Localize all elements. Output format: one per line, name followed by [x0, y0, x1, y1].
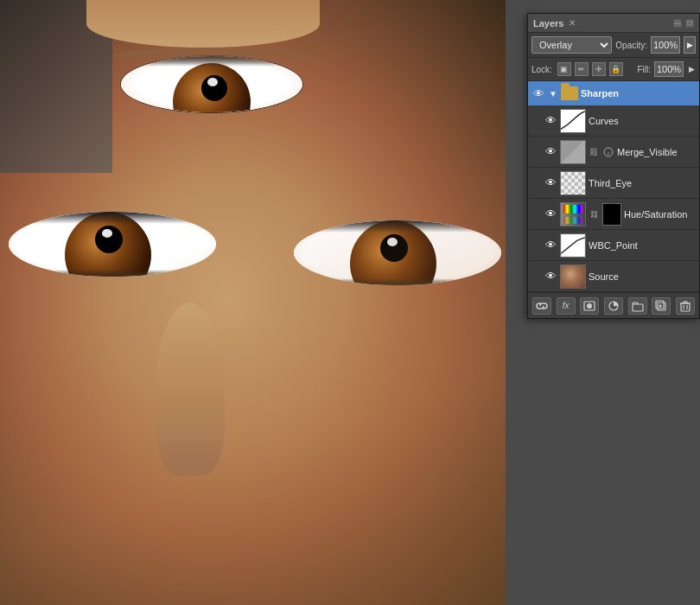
add-mask-button[interactable] — [580, 297, 599, 315]
svg-rect-9 — [633, 304, 643, 311]
eye-icon-third-eye[interactable]: 👁 — [544, 176, 557, 190]
adjustment-button[interactable] — [604, 297, 623, 315]
svg-rect-14 — [681, 303, 690, 311]
layer-hue-saturation[interactable]: 👁 ⛓ Hue/Saturation — [528, 199, 699, 230]
layer-name-curves: Curves — [589, 116, 696, 126]
layers-list: 👁 ▼ Sharpen 👁 Curves 👁 — [528, 81, 699, 292]
forehead — [86, 0, 320, 48]
panel-title-left: Layers ✕ — [533, 18, 576, 29]
lock-pixels-button[interactable]: ✏ — [575, 62, 589, 76]
svg-rect-4 — [561, 233, 585, 256]
layer-source[interactable]: 👁 Source — [528, 261, 699, 292]
layers-panel: Layers ✕ — □ Overlay Normal Multiply Scr… — [527, 13, 700, 319]
layer-curves[interactable]: 👁 Curves — [528, 105, 699, 137]
lock-position-button[interactable]: ✛ — [592, 62, 606, 76]
delete-layer-button[interactable] — [676, 297, 695, 315]
blend-mode-select[interactable]: Overlay Normal Multiply Screen — [531, 36, 612, 54]
lock-transparency-button[interactable]: ▣ — [557, 62, 571, 76]
new-layer-button[interactable] — [652, 297, 671, 315]
eye-icon-sharpen[interactable]: 👁 — [531, 86, 545, 100]
layer-group-name-sharpen: Sharpen — [581, 88, 696, 99]
layer-wbc-point[interactable]: 👁 WBC_Point — [528, 230, 699, 261]
layer-mask-hue — [602, 203, 621, 226]
right-eye-area — [294, 207, 506, 302]
eye-icon-hue[interactable]: 👁 — [544, 207, 557, 221]
lock-label: Lock: — [531, 65, 552, 74]
svg-text:↙: ↙ — [607, 150, 611, 156]
fill-input[interactable] — [654, 61, 684, 77]
opacity-label: Opacity: — [615, 41, 647, 50]
eye-icon-merge[interactable]: 👁 — [544, 145, 557, 159]
chain-icon-merge: ⛓ — [589, 147, 599, 157]
layer-name-hue: Hue/Saturation — [624, 209, 696, 220]
fill-arrow-button[interactable]: ▶ — [687, 60, 696, 78]
layer-thumb-hue — [560, 202, 586, 226]
layer-name-source: Source — [589, 271, 696, 282]
lock-all-button[interactable]: 🔒 — [609, 62, 623, 76]
panel-footer: fx — [528, 292, 699, 318]
nose-area — [156, 302, 225, 475]
layer-name-third-eye: Third_Eye — [589, 178, 696, 188]
layer-group-sharpen[interactable]: 👁 ▼ Sharpen — [528, 81, 699, 105]
canvas-photo — [0, 0, 506, 605]
layer-merge-visible[interactable]: 👁 ⛓ ↙ Merge_Visible — [528, 137, 699, 168]
maximize-button[interactable]: □ — [685, 19, 694, 28]
lock-row: Lock: ▣ ✏ ✛ 🔒 Fill: ▶ — [528, 58, 699, 81]
panel-window-controls: — □ — [673, 19, 694, 28]
expand-arrow-sharpen[interactable]: ▼ — [548, 88, 558, 99]
layer-thumb-source — [560, 264, 586, 289]
layer-thumb-wbc — [560, 233, 586, 258]
fill-label: Fill: — [637, 65, 651, 74]
eye-icon-source[interactable]: 👁 — [544, 270, 557, 283]
layer-thumb-curves — [560, 109, 586, 133]
folder-icon-sharpen — [561, 86, 578, 100]
layer-name-wbc: WBC_Point — [589, 240, 696, 251]
panel-titlebar: Layers ✕ — □ — [528, 14, 699, 33]
smart-icon-merge: ↙ — [602, 146, 614, 158]
chain-icon-hue: ⛓ — [589, 209, 599, 220]
layer-thumb-merge — [560, 140, 586, 164]
blend-row: Overlay Normal Multiply Screen Opacity: … — [528, 33, 699, 58]
opacity-arrow-button[interactable]: ▶ — [684, 36, 696, 54]
left-eye-area — [9, 199, 225, 294]
opacity-input[interactable] — [651, 36, 680, 54]
link-button[interactable] — [532, 297, 551, 315]
panel-title: Layers — [533, 18, 563, 29]
eye-icon-curves[interactable]: 👁 — [544, 114, 557, 128]
minimize-button[interactable]: — — [673, 19, 682, 28]
new-group-button[interactable] — [628, 297, 647, 315]
main-container: Layers ✕ — □ Overlay Normal Multiply Scr… — [0, 0, 700, 605]
eye-icon-wbc[interactable]: 👁 — [544, 239, 557, 252]
fx-button[interactable]: fx — [557, 297, 576, 315]
panel-close-button[interactable]: ✕ — [569, 18, 576, 28]
layer-thumb-third-eye — [560, 171, 586, 195]
layer-name-merge: Merge_Visible — [617, 147, 696, 157]
layer-third-eye[interactable]: 👁 Third_Eye — [528, 168, 699, 199]
svg-point-7 — [587, 303, 592, 309]
top-eye-area — [112, 48, 311, 125]
